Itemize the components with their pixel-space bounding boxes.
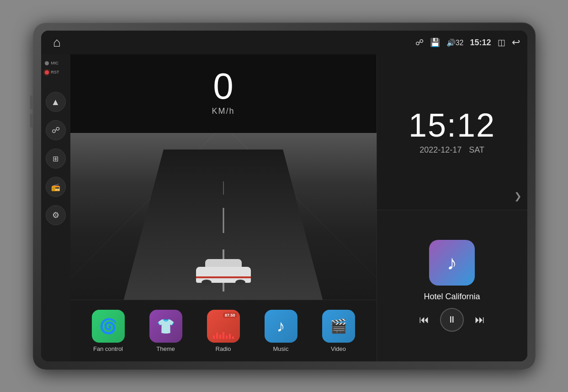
mic-indicator: MIC bbox=[45, 61, 59, 65]
mic-label: MIC bbox=[51, 61, 59, 65]
speed-value: 0 bbox=[213, 68, 234, 105]
hw-btn-2[interactable] bbox=[30, 114, 33, 127]
radio-icon-app: 87.50 bbox=[207, 310, 240, 343]
video-label: Video bbox=[331, 345, 346, 352]
sd-card-icon: 💾 bbox=[430, 37, 440, 48]
status-time: 15:12 bbox=[470, 38, 491, 48]
radio-label: Radio bbox=[216, 345, 231, 352]
home-button[interactable]: ⌂ bbox=[48, 34, 66, 51]
apps-grid-icon: ⊞ bbox=[53, 154, 58, 163]
car-wheel-right bbox=[235, 280, 245, 285]
app-music[interactable]: ♪ Music bbox=[265, 310, 297, 352]
mic-dot bbox=[45, 61, 49, 65]
theme-icon: 👕 bbox=[149, 310, 182, 343]
settings-icon: ⚙ bbox=[52, 210, 59, 220]
road-background bbox=[70, 133, 377, 300]
clock-time: 15:12 bbox=[409, 109, 495, 142]
hardware-buttons bbox=[30, 95, 33, 127]
radio-frequency: 87.50 bbox=[223, 313, 237, 318]
rst-label: RST bbox=[51, 70, 59, 74]
video-icon-app: 🎬 bbox=[322, 310, 355, 343]
hw-btn-1[interactable] bbox=[30, 95, 33, 109]
album-art: ♪ bbox=[429, 240, 475, 286]
back-icon[interactable]: ↩ bbox=[512, 37, 520, 48]
app-theme[interactable]: 👕 Theme bbox=[149, 310, 182, 352]
multitask-icon[interactable]: ◫ bbox=[498, 37, 505, 48]
sidebar: MIC RST ▲ ☍ ⊞ 📻 bbox=[41, 54, 70, 361]
music-note-icon: ♪ bbox=[447, 251, 457, 274]
right-area: 15:12 2022-12-17 SAT ♪ Hotel California … bbox=[377, 54, 527, 361]
app-dock: 🌀 Fan control 👕 Theme 87.50 bbox=[70, 300, 377, 361]
pause-icon: ⏸ bbox=[447, 314, 457, 325]
music-title: Hotel California bbox=[424, 292, 480, 302]
car-stripe bbox=[196, 276, 251, 278]
speed-unit: KM/h bbox=[212, 106, 234, 116]
car-head-unit: ⌂ ☍ 💾 🔊32 15:12 ◫ ↩ MIC bbox=[33, 22, 536, 370]
clock-panel: 15:12 2022-12-17 SAT bbox=[377, 54, 527, 210]
clock-day: SAT bbox=[469, 145, 484, 155]
music-icon-app: ♪ bbox=[265, 310, 297, 343]
play-pause-button[interactable]: ⏸ bbox=[440, 308, 464, 332]
fan-control-icon: 🌀 bbox=[92, 310, 125, 343]
settings-button[interactable]: ⚙ bbox=[46, 205, 66, 225]
status-bar: ⌂ ☍ 💾 🔊32 15:12 ◫ ↩ bbox=[41, 31, 527, 54]
navigation-button[interactable]: ▲ bbox=[46, 92, 66, 112]
status-right: ☍ 💾 🔊32 15:12 ◫ ↩ bbox=[415, 37, 520, 48]
fan-control-label: Fan control bbox=[93, 345, 123, 352]
center-area: 0 KM/h bbox=[70, 54, 377, 361]
home-icon: ⌂ bbox=[53, 35, 61, 50]
rst-dot bbox=[45, 70, 49, 74]
navigation-icon: ▲ bbox=[51, 97, 60, 107]
car-silhouette bbox=[196, 258, 251, 283]
clock-date: 2022-12-17 bbox=[419, 145, 462, 155]
right-chevron[interactable]: ❯ bbox=[514, 191, 522, 201]
music-panel: ♪ Hotel California ⏮ ⏸ ⏭ bbox=[377, 210, 527, 362]
bluetooth-icon: ☍ bbox=[52, 125, 60, 135]
road-line-3 bbox=[223, 181, 224, 195]
clock-date-row: 2022-12-17 SAT bbox=[419, 145, 484, 155]
next-button[interactable]: ⏭ bbox=[475, 314, 485, 326]
road-scene bbox=[70, 133, 377, 300]
rst-indicator: RST bbox=[45, 70, 59, 74]
app-radio[interactable]: 87.50 Radio bbox=[207, 310, 240, 352]
apps-button[interactable]: ⊞ bbox=[46, 148, 66, 169]
main-content: MIC RST ▲ ☍ ⊞ 📻 bbox=[41, 54, 527, 361]
bluetooth-icon[interactable]: ☍ bbox=[415, 37, 424, 48]
screen: ⌂ ☍ 💾 🔊32 15:12 ◫ ↩ MIC bbox=[41, 31, 527, 361]
radio-icon: 📻 bbox=[51, 183, 60, 191]
radio-button[interactable]: 📻 bbox=[46, 177, 66, 197]
volume-display[interactable]: 🔊32 bbox=[446, 38, 464, 47]
bluetooth-button[interactable]: ☍ bbox=[46, 120, 66, 140]
speedometer-panel: 0 KM/h bbox=[70, 54, 377, 300]
music-label: Music bbox=[273, 345, 289, 352]
app-fan-control[interactable]: 🌀 Fan control bbox=[92, 310, 125, 352]
music-controls: ⏮ ⏸ ⏭ bbox=[419, 308, 485, 332]
app-video[interactable]: 🎬 Video bbox=[322, 310, 355, 352]
road-line-2 bbox=[223, 208, 224, 233]
indicators: MIC RST bbox=[41, 61, 70, 74]
prev-button[interactable]: ⏮ bbox=[419, 314, 429, 326]
radio-waves bbox=[213, 332, 234, 339]
car-wheel-left bbox=[202, 280, 212, 285]
theme-label: Theme bbox=[156, 345, 175, 352]
